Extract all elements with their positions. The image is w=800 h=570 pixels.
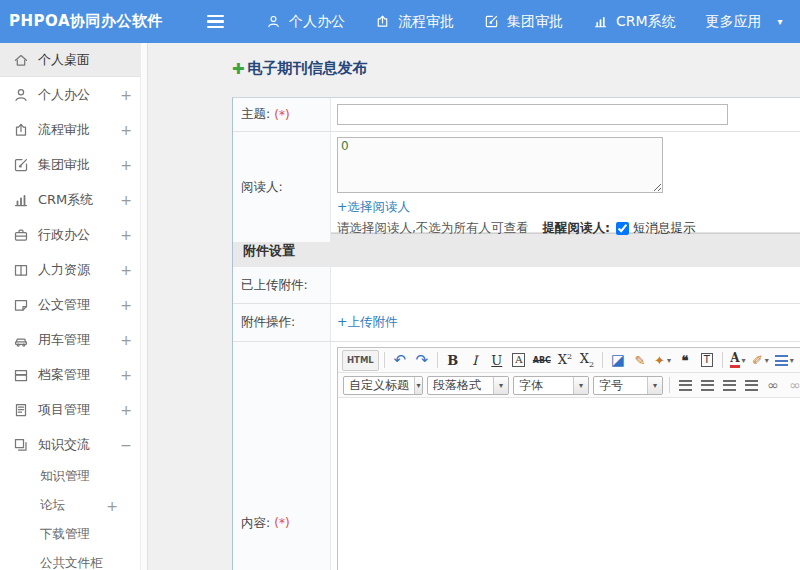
subscript-button[interactable]: X2: [577, 350, 597, 371]
size-select-label: 字号: [594, 377, 647, 394]
justify-button[interactable]: [741, 375, 761, 396]
caret-down-icon: ▾: [765, 356, 769, 365]
bold-button[interactable]: B: [443, 350, 463, 371]
nav-item-label: CRM系统: [616, 13, 676, 31]
link-button[interactable]: ∞: [763, 375, 783, 396]
nav-item-2[interactable]: 流程审批: [360, 0, 469, 43]
style-select-label: 自定义标题: [344, 377, 414, 394]
italic-button[interactable]: I: [465, 350, 485, 371]
caret-down-icon: ▾: [790, 356, 794, 365]
nav-item-4[interactable]: CRM系统: [578, 0, 691, 43]
sidebar-subitem[interactable]: 下载管理: [0, 520, 147, 549]
sidebar-item[interactable]: CRM系统+: [0, 182, 147, 217]
expand-plus-icon[interactable]: +: [106, 498, 118, 514]
sms-remind-label: 短消息提示: [633, 220, 696, 237]
strikethrough-button[interactable]: ABC: [531, 350, 553, 371]
redo-button[interactable]: ↷: [412, 350, 432, 371]
attachment-ops-label: 附件操作:: [233, 304, 331, 341]
style-select[interactable]: 自定义标题▾: [343, 376, 423, 395]
sms-remind-checkbox[interactable]: [616, 222, 629, 235]
menu-icon[interactable]: [207, 0, 229, 43]
ordered-list-button[interactable]: ▾: [773, 350, 796, 371]
undo-icon: ↶: [394, 351, 407, 369]
superscript-icon: X2: [558, 352, 572, 367]
highlight-color-button[interactable]: ✐▾: [750, 350, 771, 371]
link-icon: ∞: [767, 377, 779, 393]
sidebar-item-label: 公文管理: [38, 296, 90, 314]
redo-icon: ↷: [416, 351, 429, 369]
sidebar-item-label: 集团审批: [38, 156, 90, 174]
font-color-icon: A: [730, 352, 739, 368]
expand-plus-icon[interactable]: +: [120, 402, 132, 418]
nav-item-1[interactable]: 个人办公: [251, 0, 360, 43]
readers-textarea[interactable]: 0: [337, 137, 663, 193]
edit-icon: [484, 14, 499, 29]
superscript-button[interactable]: X2: [555, 350, 575, 371]
format-brush-button[interactable]: ✎: [630, 350, 650, 371]
format-select[interactable]: 段落格式▾: [427, 376, 509, 395]
size-select[interactable]: 字号▾: [593, 376, 663, 395]
align-center-button[interactable]: [697, 375, 717, 396]
expand-plus-icon[interactable]: +: [120, 227, 132, 243]
nav-item-3[interactable]: 集团审批: [469, 0, 578, 43]
subject-row: 主题: (*): [233, 98, 800, 132]
top-nav: 个人办公流程审批集团审批CRM系统更多应用▾: [251, 0, 798, 43]
add-new-icon: ✚: [232, 60, 245, 78]
undo-button[interactable]: ↶: [390, 350, 410, 371]
editor-content-area[interactable]: [338, 398, 800, 570]
edit-icon: [13, 157, 29, 173]
blockquote-button[interactable]: ❝: [675, 350, 695, 371]
sidebar-item[interactable]: 公文管理+: [0, 287, 147, 322]
expand-plus-icon[interactable]: +: [120, 262, 132, 278]
expand-plus-icon[interactable]: +: [120, 367, 132, 383]
font-color-button[interactable]: A▾: [728, 350, 748, 371]
book-icon: [13, 262, 29, 278]
sidebar-item[interactable]: 流程审批+: [0, 112, 147, 147]
expand-plus-icon[interactable]: +: [120, 87, 132, 103]
nav-item-5[interactable]: 更多应用▾: [691, 0, 798, 43]
unlink-button[interactable]: ∞: [785, 375, 800, 396]
upload-attachment-link[interactable]: +上传附件: [337, 314, 397, 331]
expand-plus-icon[interactable]: +: [120, 297, 132, 313]
align-right-button[interactable]: [719, 375, 739, 396]
expand-plus-icon[interactable]: +: [120, 192, 132, 208]
cycle-icon: [375, 14, 390, 29]
editor-toolbar-row2: 自定义标题▾段落格式▾字体▾字号▾∞∞: [338, 373, 800, 398]
paste-date-button[interactable]: T: [697, 350, 717, 371]
sidebar-item[interactable]: 档案管理+: [0, 357, 147, 392]
chat-icon: [13, 437, 29, 453]
person-icon: [266, 14, 281, 29]
sidebar-item[interactable]: 集团审批+: [0, 147, 147, 182]
auto-typeset-wand-button[interactable]: ✦▾: [652, 350, 673, 371]
sidebar-item[interactable]: 知识交流−: [0, 427, 147, 462]
expand-plus-icon[interactable]: +: [120, 122, 132, 138]
caret-down-icon: ▾: [414, 377, 422, 394]
caret-down-icon: ▾: [742, 356, 746, 365]
sidebar-scrollbar[interactable]: [140, 43, 147, 570]
sidebar-subitem[interactable]: 公共文件柜: [0, 549, 147, 570]
sidebar-item[interactable]: 行政办公+: [0, 217, 147, 252]
underline-button[interactable]: U: [487, 350, 507, 371]
select-readers-link[interactable]: +选择阅读人: [337, 199, 410, 214]
readers-label: 阅读人:: [233, 132, 331, 242]
expand-plus-icon[interactable]: +: [120, 332, 132, 348]
format-select-label: 段落格式: [428, 377, 493, 394]
page-title-text: 电子期刊信息发布: [248, 59, 368, 78]
remove-format-eraser-button[interactable]: ◪: [608, 350, 628, 371]
align-left-icon: [679, 380, 692, 391]
sidebar-subitem[interactable]: 论坛+: [0, 491, 147, 520]
subject-input[interactable]: [337, 104, 728, 125]
sidebar-subitem[interactable]: 知识管理: [0, 462, 147, 491]
sidebar-item[interactable]: 用车管理+: [0, 322, 147, 357]
font-select[interactable]: 字体▾: [513, 376, 589, 395]
html-source-button[interactable]: HTML: [342, 350, 379, 371]
sidebar-item[interactable]: 项目管理+: [0, 392, 147, 427]
font-box-button[interactable]: A: [509, 350, 529, 371]
sidebar-item[interactable]: 人力资源+: [0, 252, 147, 287]
chart-icon: [593, 14, 608, 29]
align-left-button[interactable]: [675, 375, 695, 396]
expand-plus-icon[interactable]: +: [120, 157, 132, 173]
collapse-minus-icon[interactable]: −: [120, 437, 132, 453]
sidebar-item[interactable]: 个人桌面: [0, 43, 147, 77]
sidebar-item[interactable]: 个人办公+: [0, 77, 147, 112]
